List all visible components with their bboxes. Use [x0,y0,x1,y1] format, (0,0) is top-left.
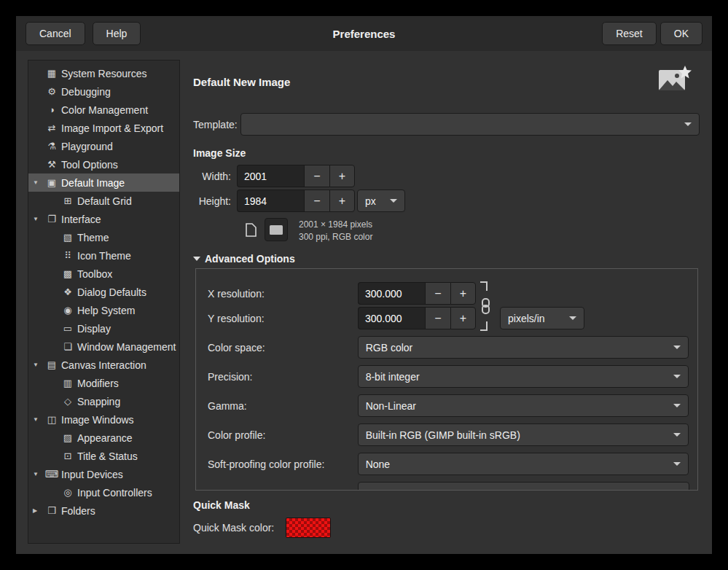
width-plus-button[interactable]: + [329,165,355,187]
orientation-portrait-button[interactable] [239,218,262,241]
precision-value: 8-bit integer [366,371,420,383]
y-resolution-minus-button[interactable]: − [425,307,450,329]
sidebar-item-default-image[interactable]: ▼▣Default Image [28,173,179,192]
appearance-icon: ▨ [60,432,75,443]
summary-dimensions: 2001 × 1984 pixels [299,219,372,231]
size-unit-dropdown[interactable]: px [357,190,405,212]
ok-button[interactable]: OK [660,22,702,45]
y-resolution-input[interactable] [358,307,425,329]
clipped-dropdown[interactable] [358,482,689,491]
folders-icon: ❒ [44,505,59,516]
sidebar-item-interface[interactable]: ▼❐Interface [28,210,179,228]
sidebar-item-label: System Resources [61,68,146,79]
expander-down-icon[interactable]: ▼ [33,179,44,186]
sidebar-item-canvas-interaction[interactable]: ▼▤Canvas Interaction [28,356,179,374]
image-size-section-title: Image Size [193,147,246,159]
color-space-dropdown[interactable]: RGB color [358,336,689,359]
resolution-unit-value: pixels/in [508,313,545,324]
x-resolution-input[interactable] [358,282,425,305]
sidebar-item-label: Folders [61,505,95,517]
gamma-dropdown[interactable]: Non-Linear [358,394,689,417]
color-profile-dropdown[interactable]: Built-in RGB (GIMP built-in sRGB) [358,423,689,446]
color-management-icon: ◑ [44,104,59,115]
height-minus-button[interactable]: − [304,190,329,212]
help-button[interactable]: Help [93,22,141,45]
sidebar-item-help-system[interactable]: ◉Help System [28,301,179,319]
precision-dropdown[interactable]: 8-bit integer [358,365,689,388]
sidebar-item-folders[interactable]: ▶❒Folders [28,501,179,520]
sidebar-item-input-controllers[interactable]: ◎Input Controllers [28,483,179,501]
sidebar-item-dialog-defaults[interactable]: ❖Dialog Defaults [28,283,179,301]
cancel-button[interactable]: Cancel [26,22,85,45]
reset-button[interactable]: Reset [602,22,657,45]
advanced-options-expander[interactable]: Advanced Options [193,253,295,265]
page-title: Default New Image [193,76,290,88]
sidebar-tree[interactable]: ▦System Resources⚙Debugging◑Color Manage… [28,60,180,544]
image-windows-icon: ◫ [44,414,59,425]
sidebar-item-theme[interactable]: ▧Theme [28,228,179,246]
titlebar: Cancel Help Preferences Reset OK [16,16,712,51]
advanced-options-title: Advanced Options [205,253,295,265]
sidebar-item-tool-options[interactable]: ⚒Tool Options [28,155,179,173]
template-label: Template: [193,119,240,130]
title-status-icon: ⊡ [60,450,75,461]
chevron-down-icon [673,375,681,378]
sidebar-item-snapping[interactable]: ◇Snapping [28,392,179,410]
chevron-down-icon [684,122,692,126]
sidebar-item-system-resources[interactable]: ▦System Resources [28,64,179,82]
sidebar-item-appearance[interactable]: ▨Appearance [28,429,179,447]
sidebar-item-label: Modifiers [77,378,119,389]
x-resolution-label: X resolution: [208,288,358,300]
quick-mask-color-label: Quick Mask color: [193,522,286,534]
x-resolution-spinner: − + [358,282,476,305]
icon-theme-icon: ⠿ [60,250,75,261]
orientation-landscape-button[interactable] [265,218,288,241]
sidebar-item-modifiers[interactable]: ▥Modifiers [28,374,179,392]
height-plus-button[interactable]: + [329,190,355,212]
sidebar-item-playground[interactable]: ⚗Playground [28,137,179,155]
expander-down-icon[interactable]: ▼ [33,216,44,222]
resolution-chain-link-icon[interactable] [479,281,490,334]
resolution-unit-dropdown[interactable]: pixels/in [500,307,584,329]
quick-mask-section-title: Quick Mask [193,499,250,511]
expander-down-icon[interactable]: ▼ [33,416,44,423]
sidebar-item-image-import-export[interactable]: ⇄Image Import & Export [28,119,179,137]
x-resolution-minus-button[interactable]: − [425,282,450,305]
sidebar-item-toolbox[interactable]: ▩Toolbox [28,265,179,283]
sidebar-item-label: Help System [77,305,135,316]
soft-proofing-dropdown[interactable]: None [358,453,689,475]
sidebar-item-window-management[interactable]: ❏Window Management [28,337,179,356]
y-resolution-plus-button[interactable]: + [450,307,476,329]
width-input[interactable] [237,165,304,187]
image-import-export-icon: ⇄ [44,122,59,133]
y-resolution-spinner: − + [358,307,476,329]
sidebar-item-label: Debugging [61,86,111,98]
soft-proofing-value: None [366,458,390,470]
sidebar-item-color-management[interactable]: ◑Color Management [28,101,179,119]
sidebar-item-label: Window Management [77,341,176,353]
width-label: Width: [193,171,231,182]
expander-down-icon [193,257,200,261]
expander-down-icon[interactable]: ▼ [33,362,44,368]
advanced-options-box: X resolution: − + Y resolution: − + pixe… [195,268,698,491]
expander-down-icon[interactable]: ▼ [33,471,44,477]
x-resolution-plus-button[interactable]: + [450,282,476,305]
template-dropdown[interactable] [240,113,700,136]
sidebar-item-title-status[interactable]: ⊡Title & Status [28,447,179,465]
chevron-down-icon [673,433,681,437]
sidebar-item-default-grid[interactable]: ⊞Default Grid [28,192,179,210]
color-profile-value: Built-in RGB (GIMP built-in sRGB) [366,429,520,441]
width-minus-button[interactable]: − [304,165,329,187]
sidebar-item-label: Image Import & Export [61,122,163,134]
sidebar-item-display[interactable]: ▭Display [28,319,179,337]
sidebar-item-label: Default Image [61,177,125,189]
sidebar-item-label: Dialog Defaults [77,286,146,298]
height-input[interactable] [237,190,304,212]
expander-right-icon[interactable]: ▶ [33,507,44,514]
sidebar-item-icon-theme[interactable]: ⠿Icon Theme [28,246,179,265]
sidebar-item-image-windows[interactable]: ▼◫Image Windows [28,410,179,429]
sidebar-item-input-devices[interactable]: ▼⌨Input Devices [28,465,179,483]
quick-mask-color-swatch[interactable] [286,518,331,538]
height-label: Height: [193,195,231,207]
sidebar-item-debugging[interactable]: ⚙Debugging [28,82,179,101]
